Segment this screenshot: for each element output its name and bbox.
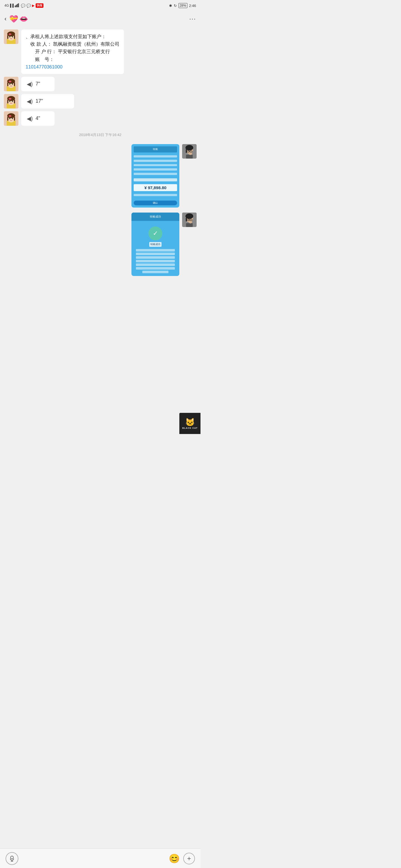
svg-rect-18 (14, 82, 15, 86)
row3 (134, 164, 177, 166)
svg-rect-27 (14, 100, 15, 103)
row6 (134, 194, 177, 196)
more-options-button[interactable]: ··· (189, 15, 196, 23)
status-bar: 4G▐▐ 💬 💬 ▶ 快报 ✱ ↻ 28% 2:46 (0, 0, 200, 11)
voice-duration-2: 17" (36, 98, 43, 104)
kuaishou-badge: 快报 (36, 3, 44, 8)
svg-point-28 (9, 100, 10, 102)
timestamp-divider: 2018年4月13日 下午16:42 (4, 132, 197, 137)
payment-screenshot-2[interactable]: 转账成功 ✓ 转账成功 完成 (132, 213, 179, 276)
confirm-btn[interactable]: 确认 (134, 200, 177, 205)
emoji-lips: 👄 (19, 15, 28, 23)
message-icon: 💬 (26, 4, 31, 8)
text-bubble-1: 、承租人将上述款项支付至如下账户： 收 款 人： 凯枫融资租赁（杭州）有限公司 … (21, 30, 124, 74)
wifi-icon (15, 3, 20, 8)
status-left: 4G▐▐ 💬 💬 ▶ 快报 (4, 3, 44, 8)
row5 (134, 173, 177, 175)
avatar-left-3 (4, 94, 18, 108)
voice-play-icon-3: ◀) (27, 115, 33, 122)
bottom-spacer (4, 279, 197, 301)
message-row-2: ◀) 7" (4, 77, 197, 91)
svg-point-21 (9, 81, 11, 82)
message-row-right-1: 转账 ¥ 97,898.80 确认 (4, 144, 197, 208)
svg-rect-9 (14, 35, 15, 39)
payment-header: 转账 (134, 146, 177, 152)
voice-duration-3: 4" (36, 116, 40, 121)
svg-point-19 (9, 83, 10, 85)
svg-point-57 (189, 221, 192, 223)
svg-rect-47 (186, 155, 193, 159)
message-row-1: 、承租人将上述款项支付至如下账户： 收 款 人： 凯枫融资租赁（杭州）有限公司 … (4, 30, 197, 74)
avatar-left-4 (4, 111, 18, 126)
row1 (134, 155, 177, 157)
svg-point-29 (12, 100, 13, 102)
success-header: 转账成功 (132, 213, 179, 221)
svg-point-30 (9, 98, 11, 100)
svg-rect-56 (186, 223, 193, 227)
svg-point-38 (12, 118, 13, 119)
svg-rect-8 (7, 35, 8, 39)
signal-strength: 4G▐▐ (4, 4, 13, 7)
payment-screenshot-1[interactable]: 转账 ¥ 97,898.80 确认 (132, 144, 179, 208)
avatar-left-2 (4, 77, 18, 91)
success-title: 转账成功 (149, 242, 162, 247)
row4 (134, 168, 177, 170)
svg-point-39 (9, 115, 11, 117)
message-text-1: 、承租人将上述款项支付至如下账户： 收 款 人： 凯枫融资租赁（杭州）有限公司 … (26, 34, 119, 62)
video-icon: ▶ (32, 4, 34, 7)
svg-rect-3 (18, 3, 19, 7)
amount-label (134, 178, 177, 181)
cat-icon: 🐱 (185, 417, 195, 427)
svg-point-48 (189, 153, 192, 155)
chat-area: 、承租人将上述款项支付至如下账户： 收 款 人： 凯枫融资租赁（杭州）有限公司 … (0, 27, 200, 304)
black-cat-watermark: 🐱 BLACK CAT (179, 413, 200, 434)
message-row-3: ◀) 17" (4, 94, 197, 108)
svg-rect-36 (14, 117, 15, 121)
svg-rect-35 (7, 117, 8, 121)
rotation-icon: ↻ (174, 4, 177, 8)
top-nav: ‹ 💝 👄 ··· (0, 11, 200, 27)
svg-rect-2 (17, 4, 18, 7)
svg-rect-17 (7, 82, 8, 86)
message-row-4: ◀) 4" (4, 111, 197, 126)
row2 (134, 160, 177, 162)
message-row-right-2: 转账成功 ✓ 转账成功 完成 (4, 213, 197, 276)
voice-play-icon: ◀) (27, 81, 33, 87)
voice-bubble-3[interactable]: ◀) 4" (21, 111, 55, 126)
voice-bubble-2[interactable]: ◀) 17" (21, 94, 74, 108)
back-button[interactable]: ‹ (4, 15, 6, 23)
emoji-heart: 💝 (9, 15, 18, 23)
svg-point-11 (12, 36, 13, 37)
svg-point-10 (9, 36, 10, 37)
nav-left: ‹ 💝 👄 (4, 15, 28, 23)
account-number[interactable]: 11014770361000 (26, 63, 119, 71)
wechat-icon: 💬 (21, 4, 25, 8)
avatar-left (4, 30, 18, 44)
svg-point-20 (12, 83, 13, 85)
voice-bubble-1[interactable]: ◀) 7" (21, 77, 55, 91)
avatar-right-2 (182, 213, 197, 227)
svg-point-37 (9, 118, 10, 119)
voice-play-icon-2: ◀) (27, 98, 33, 104)
contact-emoji: 💝 👄 (9, 15, 28, 23)
voice-duration-1: 7" (36, 81, 40, 87)
avatar-right-1 (182, 144, 197, 159)
battery-icon: 28% (178, 3, 188, 8)
amount-value: ¥ 97,898.80 (134, 184, 177, 191)
svg-rect-0 (15, 6, 16, 7)
time: 2:46 (189, 4, 196, 8)
bluetooth-icon: ✱ (169, 4, 172, 8)
svg-rect-1 (16, 5, 17, 7)
svg-point-12 (9, 33, 11, 35)
svg-rect-26 (7, 100, 8, 103)
watermark-text: BLACK CAT (182, 427, 197, 429)
status-right: ✱ ↻ 28% 2:46 (169, 3, 196, 8)
success-check-icon: ✓ (148, 226, 162, 240)
